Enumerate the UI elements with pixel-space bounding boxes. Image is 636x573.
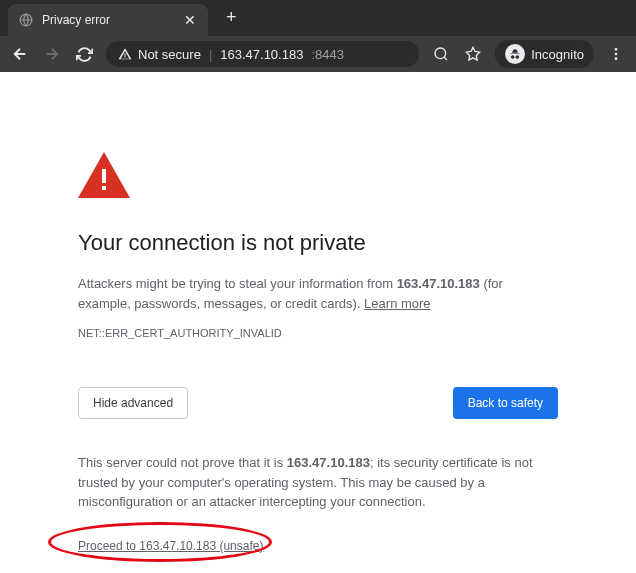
new-tab-button[interactable]: + bbox=[218, 3, 245, 32]
reload-button[interactable] bbox=[74, 44, 94, 64]
svg-point-4 bbox=[615, 57, 618, 60]
back-to-safety-button[interactable]: Back to safety bbox=[453, 387, 558, 419]
proceed-link[interactable]: Proceed to 163.47.10.183 (unsafe) bbox=[78, 539, 263, 553]
divider: | bbox=[209, 47, 212, 62]
tab-title: Privacy error bbox=[42, 13, 174, 27]
button-row: Hide advanced Back to safety bbox=[78, 387, 558, 419]
incognito-badge[interactable]: Incognito bbox=[495, 40, 594, 68]
description: Attackers might be trying to steal your … bbox=[78, 274, 558, 313]
adv-host: 163.47.10.183 bbox=[287, 455, 370, 470]
desc-host: 163.47.10.183 bbox=[397, 276, 480, 291]
svg-rect-6 bbox=[102, 186, 106, 190]
address-bar[interactable]: Not secure | 163.47.10.183:8443 bbox=[106, 41, 419, 67]
back-button[interactable] bbox=[10, 44, 30, 64]
svg-point-1 bbox=[435, 48, 446, 59]
incognito-icon bbox=[505, 44, 525, 64]
page-title: Your connection is not private bbox=[78, 230, 558, 256]
globe-icon bbox=[18, 12, 34, 28]
warning-triangle-icon bbox=[78, 152, 558, 202]
svg-point-3 bbox=[615, 53, 618, 56]
hide-advanced-button[interactable]: Hide advanced bbox=[78, 387, 188, 419]
incognito-label: Incognito bbox=[531, 47, 584, 62]
advanced-text: This server could not prove that it is 1… bbox=[78, 453, 558, 512]
error-page: Your connection is not private Attackers… bbox=[0, 72, 636, 554]
close-icon[interactable]: ✕ bbox=[182, 12, 198, 28]
proceed-wrap: Proceed to 163.47.10.183 (unsafe) bbox=[78, 536, 263, 554]
svg-point-2 bbox=[615, 48, 618, 51]
learn-more-link[interactable]: Learn more bbox=[364, 296, 430, 311]
zoom-icon[interactable] bbox=[431, 46, 451, 62]
security-indicator: Not secure bbox=[118, 47, 201, 62]
url-port: :8443 bbox=[311, 47, 344, 62]
bookmark-star-icon[interactable] bbox=[463, 46, 483, 62]
adv-prefix: This server could not prove that it is bbox=[78, 455, 287, 470]
menu-icon[interactable] bbox=[606, 46, 626, 62]
toolbar: Not secure | 163.47.10.183:8443 Incognit… bbox=[0, 36, 636, 72]
desc-prefix: Attackers might be trying to steal your … bbox=[78, 276, 397, 291]
url-host: 163.47.10.183 bbox=[220, 47, 303, 62]
browser-chrome: Privacy error ✕ + Not secure | 163.47.10… bbox=[0, 0, 636, 72]
error-code: NET::ERR_CERT_AUTHORITY_INVALID bbox=[78, 327, 558, 339]
tab-strip: Privacy error ✕ + bbox=[0, 0, 636, 36]
browser-tab[interactable]: Privacy error ✕ bbox=[8, 4, 208, 36]
warning-triangle-icon bbox=[118, 47, 132, 61]
not-secure-label: Not secure bbox=[138, 47, 201, 62]
svg-rect-5 bbox=[102, 169, 106, 183]
forward-button[interactable] bbox=[42, 44, 62, 64]
